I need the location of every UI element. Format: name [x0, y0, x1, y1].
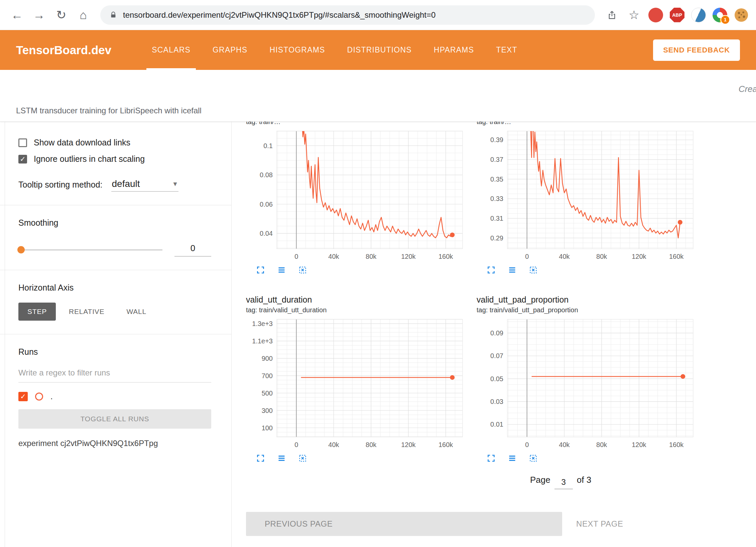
- abp-extension-icon[interactable]: ABP: [670, 8, 684, 22]
- svg-text:0.08: 0.08: [260, 171, 273, 179]
- chart-tag: tag: train/valid_utt_pad_proportion: [477, 306, 697, 314]
- extension-badge: 1: [721, 15, 730, 24]
- run-checkbox[interactable]: ✓: [18, 392, 28, 401]
- fit-to-data-icon[interactable]: [298, 454, 307, 463]
- svg-text:0: 0: [525, 253, 529, 260]
- fit-to-data-icon[interactable]: [529, 265, 538, 275]
- chart-card: tag: train/… 040k80k120k160k0.290.310.33…: [477, 122, 697, 277]
- home-button[interactable]: ⌂: [74, 5, 93, 25]
- chart-tag: tag: train/valid_utt_duration: [246, 306, 467, 314]
- svg-text:0.29: 0.29: [490, 234, 503, 242]
- svg-text:120k: 120k: [401, 253, 416, 260]
- chart-card: valid_utt_duration tag: train/valid_utt_…: [246, 277, 467, 465]
- next-page-button[interactable]: NEXT PAGE: [574, 519, 625, 529]
- chart-canvas[interactable]: 040k80k120k160k1003005007009001.1e+31.3e…: [246, 317, 467, 450]
- svg-text:0.04: 0.04: [260, 230, 273, 237]
- experiment-subheader: Crea LSTM transducer training for LibriS…: [0, 70, 756, 122]
- svg-text:120k: 120k: [632, 253, 646, 260]
- chart-canvas[interactable]: 040k80k120k160k0.040.060.080.1: [246, 128, 467, 262]
- horizontal-lines-icon[interactable]: [277, 454, 286, 463]
- smoothing-slider-thumb[interactable]: [17, 246, 25, 253]
- horizontal-lines-icon[interactable]: [508, 265, 517, 275]
- fullscreen-icon[interactable]: [487, 265, 496, 275]
- fullscreen-icon[interactable]: [256, 265, 265, 275]
- axis-relative-button[interactable]: RELATIVE: [60, 303, 113, 321]
- tooltip-sorting-select[interactable]: default ▾: [111, 178, 178, 192]
- chevron-down-icon: ▾: [173, 180, 177, 188]
- browser-extension-icon[interactable]: [691, 8, 706, 22]
- svg-text:160k: 160k: [669, 253, 684, 260]
- top-nav: SCALARS GRAPHS HISTOGRAMS DISTRIBUTIONS …: [143, 30, 526, 70]
- chart-tag: tag: train/…: [477, 122, 697, 126]
- horizontal-axis-label: Horizontal Axis: [18, 283, 211, 293]
- tooltip-sorting-label: Tooltip sorting method:: [18, 180, 103, 192]
- cookie-extension-icon[interactable]: [734, 8, 749, 22]
- share-icon[interactable]: [602, 5, 622, 25]
- chart-canvas[interactable]: 040k80k120k160k0.010.030.050.070.09: [477, 317, 697, 450]
- tab-histograms[interactable]: HISTOGRAMS: [261, 30, 334, 70]
- svg-text:80k: 80k: [596, 253, 607, 260]
- tab-distributions[interactable]: DISTRIBUTIONS: [339, 30, 420, 70]
- svg-text:160k: 160k: [438, 441, 453, 448]
- svg-text:0.05: 0.05: [490, 375, 503, 382]
- svg-text:1.3e+3: 1.3e+3: [252, 320, 273, 327]
- run-color-swatch: [35, 393, 43, 401]
- app-logo[interactable]: TensorBoard.dev: [16, 43, 111, 57]
- show-download-links-label: Show data download links: [34, 138, 130, 147]
- svg-text:0.06: 0.06: [260, 201, 273, 208]
- svg-text:0: 0: [294, 441, 298, 448]
- extensions-area: ABP 1: [648, 8, 749, 22]
- svg-text:0.01: 0.01: [490, 421, 503, 428]
- svg-text:0.35: 0.35: [490, 176, 503, 183]
- svg-text:0.1: 0.1: [263, 142, 273, 149]
- ignore-outliers-checkbox[interactable]: ✓: [18, 155, 27, 163]
- svg-text:120k: 120k: [632, 441, 646, 448]
- tab-text[interactable]: TEXT: [487, 30, 526, 70]
- divider: [0, 334, 231, 334]
- axis-wall-button[interactable]: WALL: [117, 303, 155, 321]
- fit-to-data-icon[interactable]: [529, 454, 538, 463]
- svg-text:900: 900: [262, 355, 273, 362]
- tab-hparams[interactable]: HPARAMS: [425, 30, 483, 70]
- smoothing-slider[interactable]: [18, 249, 162, 250]
- svg-text:0: 0: [294, 253, 298, 260]
- axis-step-button[interactable]: STEP: [18, 303, 56, 321]
- fullscreen-icon[interactable]: [256, 454, 265, 463]
- previous-page-button[interactable]: PREVIOUS PAGE: [246, 512, 562, 536]
- back-button[interactable]: ←: [7, 5, 27, 25]
- smoothing-value-input[interactable]: [174, 243, 211, 256]
- svg-text:0.07: 0.07: [490, 352, 503, 359]
- bookmark-star-icon[interactable]: ☆: [624, 5, 644, 25]
- reload-button[interactable]: ↻: [51, 5, 71, 25]
- adblocker-extension-icon[interactable]: [648, 8, 663, 22]
- svg-text:0.33: 0.33: [490, 195, 503, 202]
- svg-text:0.09: 0.09: [490, 329, 503, 337]
- run-row: ✓ .: [18, 392, 211, 401]
- page-number-input[interactable]: [554, 477, 573, 489]
- address-bar[interactable]: tensorboard.dev/experiment/cj2vtPiwQHKN9…: [100, 5, 595, 25]
- fullscreen-icon[interactable]: [487, 454, 496, 463]
- toggle-all-runs-button[interactable]: TOGGLE ALL RUNS: [18, 409, 211, 429]
- chart-canvas[interactable]: 040k80k120k160k0.290.310.330.350.370.39: [477, 128, 697, 262]
- forward-button[interactable]: →: [29, 5, 49, 25]
- svg-text:120k: 120k: [401, 441, 416, 448]
- url-text: tensorboard.dev/experiment/cj2vtPiwQHKN9…: [123, 10, 435, 20]
- tooltip-sorting-value: default: [112, 179, 140, 189]
- horizontal-lines-icon[interactable]: [277, 265, 286, 275]
- horizontal-lines-icon[interactable]: [508, 454, 517, 463]
- chart-title: valid_utt_duration: [246, 295, 467, 305]
- svg-text:0.37: 0.37: [490, 156, 503, 163]
- send-feedback-button[interactable]: SEND FEEDBACK: [653, 39, 740, 61]
- run-filter-input[interactable]: [18, 364, 211, 382]
- svg-text:160k: 160k: [669, 441, 684, 448]
- pie-extension-icon[interactable]: 1: [713, 8, 727, 22]
- tab-scalars[interactable]: SCALARS: [143, 30, 199, 70]
- show-download-links-checkbox[interactable]: [18, 138, 27, 147]
- settings-sidebar: Show data download links ✓ Ignore outlie…: [0, 122, 232, 547]
- fit-to-data-icon[interactable]: [298, 265, 307, 275]
- svg-text:80k: 80k: [366, 441, 377, 448]
- svg-text:1.1e+3: 1.1e+3: [252, 337, 273, 345]
- tab-graphs[interactable]: GRAPHS: [204, 30, 256, 70]
- chart-card: tag: train/… 040k80k120k160k0.040.060.08…: [246, 122, 467, 277]
- divider: [0, 205, 231, 205]
